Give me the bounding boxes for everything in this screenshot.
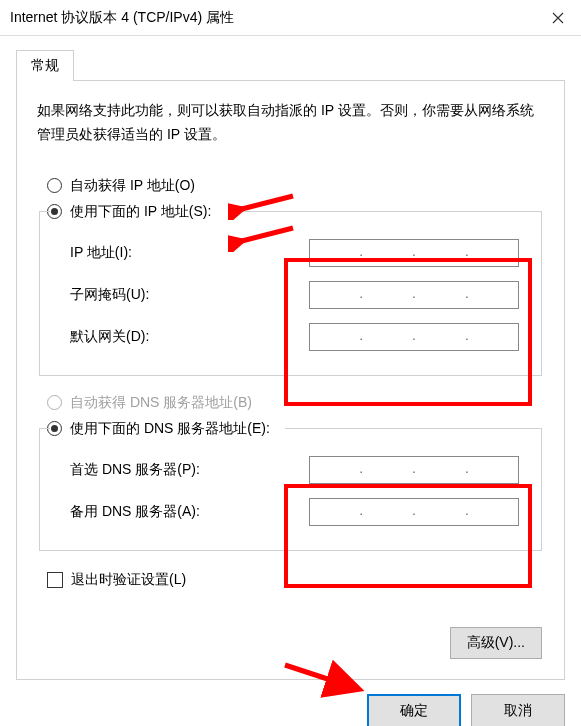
radio-dns-auto: 自动获得 DNS 服务器地址(B) xyxy=(47,394,544,412)
dns-fieldset: 首选 DNS 服务器(P): . . . 备用 DNS 服务器(A): . . xyxy=(39,428,542,551)
intro-text: 如果网络支持此功能，则可以获取自动指派的 IP 设置。否则，你需要从网络系统管理… xyxy=(37,99,544,147)
advanced-button[interactable]: 高级(V)... xyxy=(450,627,542,659)
field-default-gateway: 默认网关(D): . . . xyxy=(40,319,541,355)
field-label: 子网掩码(U): xyxy=(70,286,309,304)
close-icon xyxy=(552,12,564,24)
window-title: Internet 协议版本 4 (TCP/IPv4) 属性 xyxy=(10,9,234,27)
radio-label: 自动获得 IP 地址(O) xyxy=(70,177,195,195)
ip-group: 自动获得 IP 地址(O) 使用下面的 IP 地址(S): IP 地址(I): … xyxy=(37,177,544,376)
radio-ip-auto[interactable]: 自动获得 IP 地址(O) xyxy=(47,177,544,195)
field-label: IP 地址(I): xyxy=(70,244,309,262)
field-alternate-dns: 备用 DNS 服务器(A): . . . xyxy=(40,494,541,530)
tab-general[interactable]: 常规 xyxy=(16,50,74,81)
titlebar: Internet 协议版本 4 (TCP/IPv4) 属性 xyxy=(0,0,581,36)
dns-group: 自动获得 DNS 服务器地址(B) 使用下面的 DNS 服务器地址(E): 首选… xyxy=(37,394,544,551)
subnet-mask-input[interactable]: . . . xyxy=(309,281,519,309)
ip-fieldset: IP 地址(I): . . . 子网掩码(U): . . xyxy=(39,211,542,376)
radio-icon xyxy=(47,395,62,410)
tab-container: 常规 如果网络支持此功能，则可以获取自动指派的 IP 设置。否则，你需要从网络系… xyxy=(16,50,565,680)
default-gateway-input[interactable]: . . . xyxy=(309,323,519,351)
alternate-dns-input[interactable]: . . . xyxy=(309,498,519,526)
preferred-dns-input[interactable]: . . . xyxy=(309,456,519,484)
cancel-button[interactable]: 取消 xyxy=(471,694,565,726)
ok-button[interactable]: 确定 xyxy=(367,694,461,726)
validate-on-exit-checkbox[interactable]: 退出时验证设置(L) xyxy=(47,571,544,589)
radio-icon xyxy=(47,178,62,193)
field-label: 首选 DNS 服务器(P): xyxy=(70,461,309,479)
close-button[interactable] xyxy=(535,0,581,36)
field-ip-address: IP 地址(I): . . . xyxy=(40,235,541,271)
tab-strip: 常规 xyxy=(16,50,565,80)
button-bar: 确定 取消 xyxy=(0,680,581,726)
tab-panel-general: 如果网络支持此功能，则可以获取自动指派的 IP 设置。否则，你需要从网络系统管理… xyxy=(16,80,565,680)
field-label: 备用 DNS 服务器(A): xyxy=(70,503,309,521)
radio-label: 自动获得 DNS 服务器地址(B) xyxy=(70,394,252,412)
checkbox-icon xyxy=(47,572,63,588)
field-subnet-mask: 子网掩码(U): . . . xyxy=(40,277,541,313)
content-area: 常规 如果网络支持此功能，则可以获取自动指派的 IP 设置。否则，你需要从网络系… xyxy=(0,36,581,680)
field-label: 默认网关(D): xyxy=(70,328,309,346)
field-preferred-dns: 首选 DNS 服务器(P): . . . xyxy=(40,452,541,488)
ip-address-input[interactable]: . . . xyxy=(309,239,519,267)
checkbox-label: 退出时验证设置(L) xyxy=(71,571,186,589)
